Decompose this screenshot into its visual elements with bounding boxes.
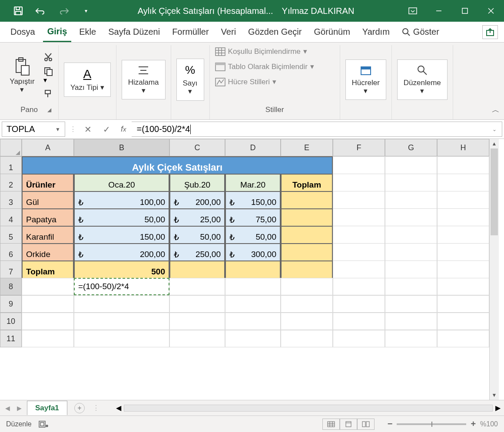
ribbon-options-button[interactable] xyxy=(400,0,426,22)
svg-rect-13 xyxy=(21,66,29,75)
tab-data[interactable]: Veri xyxy=(217,23,240,41)
col-header-C[interactable]: C xyxy=(169,139,225,156)
vertical-scrollbar[interactable]: ▲ ▼ xyxy=(489,139,499,400)
row-header-10[interactable]: 10 xyxy=(0,313,22,330)
sheet-nav-next[interactable]: ▶ xyxy=(15,405,23,412)
expand-formula-bar[interactable]: ⌄ xyxy=(492,126,497,132)
font-label: Yazı Tipi xyxy=(70,83,98,92)
col-header-B[interactable]: B xyxy=(74,139,169,156)
tab-review[interactable]: Gözden Geçir xyxy=(244,23,306,41)
document-title: Aylık Çiçek Satışları (Hesaplamal... xyxy=(138,6,273,16)
col-header-D[interactable]: D xyxy=(225,139,281,156)
select-all-cell[interactable] xyxy=(0,139,22,156)
svg-line-34 xyxy=(423,71,427,75)
number-group-button[interactable]: % Sayı▾ xyxy=(176,59,204,100)
svg-point-37 xyxy=(46,425,48,427)
cut-button[interactable] xyxy=(43,53,53,62)
name-box-value: TOPLA xyxy=(7,124,35,134)
cell-A8[interactable] xyxy=(22,278,74,295)
qat-customize[interactable]: ▾ xyxy=(80,5,92,17)
enter-formula-button[interactable]: ✓ xyxy=(103,124,110,135)
formula-input[interactable]: =(100-50)/2*4 ⌄ xyxy=(132,122,502,137)
undo-button[interactable] xyxy=(35,5,47,17)
col-header-F[interactable]: F xyxy=(333,139,385,156)
format-painter-button[interactable] xyxy=(43,89,53,98)
splitter[interactable]: ⋮ xyxy=(88,404,104,412)
svg-rect-46 xyxy=(366,422,369,427)
fx-icon[interactable]: fx xyxy=(116,120,132,139)
sheet-nav-prev[interactable]: ◀ xyxy=(3,405,12,412)
horizontal-scrollbar[interactable]: ◀ ▶ xyxy=(116,404,501,412)
clipboard-dialog-launcher[interactable]: ◢ xyxy=(47,107,51,113)
conditional-formatting-button[interactable]: Koşullu Biçimlendirme ▾ xyxy=(215,47,307,56)
zoom-out-button[interactable]: − xyxy=(388,419,393,429)
share-button[interactable] xyxy=(482,25,498,39)
tab-help[interactable]: Yardım xyxy=(358,23,394,41)
zoom-level[interactable]: %100 xyxy=(480,420,498,428)
redo-button[interactable] xyxy=(57,5,70,17)
row-header-8[interactable]: 8 xyxy=(0,278,22,295)
format-as-table-button[interactable]: Tablo Olarak Biçimlendir ▾ xyxy=(215,62,314,71)
ribbon: Yapıştır▾ ▾ Pano◢ A Yazı Tipi ▾ Hizalama… xyxy=(0,43,504,120)
svg-rect-2 xyxy=(16,11,21,15)
row-header-9[interactable]: 9 xyxy=(0,295,22,313)
grid[interactable]: A B C D E F G H 1 Aylık Çiçek Satışları … xyxy=(0,139,489,400)
sheet-tab-strip: ◀ ▶ Sayfa1 + ⋮ ◀ ▶ xyxy=(0,400,504,416)
status-bar: Düzenle − + %100 xyxy=(0,416,504,432)
col-header-G[interactable]: G xyxy=(385,139,437,156)
save-button[interactable] xyxy=(12,5,24,17)
svg-rect-43 xyxy=(346,422,351,427)
cancel-formula-button[interactable]: ✕ xyxy=(84,124,92,135)
zoom-slider[interactable] xyxy=(397,423,466,425)
tab-formulas[interactable]: Formüller xyxy=(168,23,213,41)
zoom-in-button[interactable]: + xyxy=(471,419,476,429)
scroll-right-icon[interactable]: ▶ xyxy=(495,404,501,412)
editing-group-button[interactable]: Düzenleme▾ xyxy=(397,59,448,100)
scroll-down-icon[interactable]: ▼ xyxy=(490,390,499,400)
chevron-down-icon[interactable]: ▼ xyxy=(55,126,60,132)
scroll-left-icon[interactable]: ◀ xyxy=(116,404,121,412)
sheet-tab-1[interactable]: Sayfa1 xyxy=(27,401,67,415)
collapse-ribbon-button[interactable]: ︿ xyxy=(492,105,500,115)
svg-rect-5 xyxy=(462,8,468,13)
alignment-group-button[interactable]: Hizalama▾ xyxy=(122,60,166,99)
font-group-button[interactable]: A Yazı Tipi ▾ xyxy=(64,63,111,97)
add-sheet-button[interactable]: + xyxy=(74,403,85,413)
alignment-label: Hizalama xyxy=(128,78,159,86)
col-header-E[interactable]: E xyxy=(281,139,333,156)
tell-me-search[interactable]: Göster xyxy=(402,27,439,37)
tab-insert[interactable]: Ekle xyxy=(75,23,100,41)
editing-label: Düzenleme xyxy=(404,79,441,87)
col-header-H[interactable]: H xyxy=(437,139,489,156)
row-header-11[interactable]: 11 xyxy=(0,330,22,347)
maximize-button[interactable] xyxy=(452,0,478,22)
scroll-up-icon[interactable]: ▲ xyxy=(490,139,499,148)
svg-rect-19 xyxy=(47,69,52,76)
tab-view[interactable]: Görünüm xyxy=(309,23,354,41)
macro-record-icon[interactable] xyxy=(39,421,48,428)
close-button[interactable] xyxy=(478,0,504,22)
view-page-layout-button[interactable] xyxy=(340,419,357,430)
group-label-styles: Stiller xyxy=(265,106,284,114)
tab-home[interactable]: Giriş xyxy=(43,22,72,42)
name-box[interactable]: TOPLA ▼ xyxy=(2,122,65,137)
titlebar: ▾ Aylık Çiçek Satışları (Hesaplamal... Y… xyxy=(0,0,504,22)
tab-layout[interactable]: Sayfa Düzeni xyxy=(104,23,164,41)
view-page-break-button[interactable] xyxy=(357,419,375,430)
cells-label: Hücreler xyxy=(352,79,380,87)
paste-button[interactable]: Yapıştır▾ xyxy=(5,55,39,96)
paste-label: Yapıştır xyxy=(10,77,34,86)
col-header-A[interactable]: A xyxy=(22,139,74,156)
svg-rect-32 xyxy=(361,67,371,69)
tab-file[interactable]: Dosya xyxy=(6,23,40,41)
copy-button[interactable]: ▾ xyxy=(43,66,53,84)
svg-line-9 xyxy=(408,33,410,36)
svg-rect-36 xyxy=(40,422,44,426)
tell-me-label: Göster xyxy=(413,27,439,37)
cell-styles-button[interactable]: Hücre Stilleri ▾ xyxy=(215,77,276,86)
svg-rect-35 xyxy=(39,421,45,427)
minimize-button[interactable] xyxy=(426,0,452,22)
view-normal-button[interactable] xyxy=(322,419,340,430)
active-cell-B8[interactable]: =(100-50)/2*4 xyxy=(74,278,169,295)
cells-group-button[interactable]: Hücreler▾ xyxy=(345,59,386,100)
